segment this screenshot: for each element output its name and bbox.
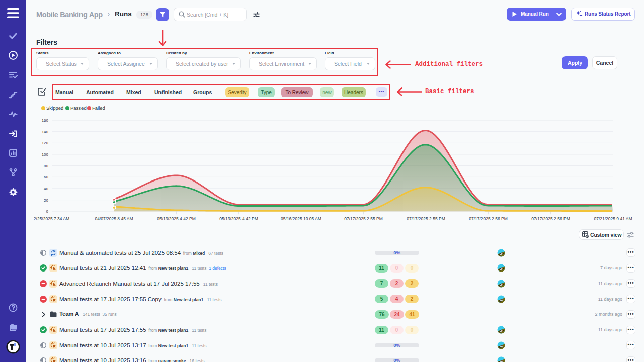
svg-text:04/07/2025 8:45 AM: 04/07/2025 8:45 AM	[95, 216, 133, 221]
svg-text:60: 60	[44, 175, 48, 179]
svg-text:07/17/2025 2:55 PM: 07/17/2025 2:55 PM	[407, 216, 445, 221]
svg-text:07/17/2025 2:56 PM: 07/17/2025 2:56 PM	[531, 216, 570, 221]
svg-text:80: 80	[44, 164, 48, 168]
svg-text:160: 160	[42, 118, 49, 123]
svg-text:07/17/2025 2:56 PM: 07/17/2025 2:56 PM	[469, 216, 508, 221]
svg-text:120: 120	[42, 141, 49, 145]
svg-text:20: 20	[44, 198, 48, 203]
svg-text:0: 0	[46, 209, 49, 214]
svg-text:07/21/2025 9:41 AM: 07/21/2025 9:41 AM	[594, 216, 632, 221]
svg-text:05/13/2025 4:42 PM: 05/13/2025 4:42 PM	[219, 216, 258, 221]
svg-text:2/25/2025 7:34 AM: 2/25/2025 7:34 AM	[34, 216, 69, 221]
svg-text:05/13/2025 4:42 PM: 05/13/2025 4:42 PM	[157, 216, 196, 221]
svg-text:100: 100	[42, 152, 49, 157]
svg-text:40: 40	[44, 187, 48, 191]
svg-text:07/17/2025 2:55 PM: 07/17/2025 2:55 PM	[344, 216, 383, 221]
svg-text:05/16/2025 10:05 AM: 05/16/2025 10:05 AM	[281, 216, 321, 221]
svg-text:140: 140	[42, 130, 49, 134]
